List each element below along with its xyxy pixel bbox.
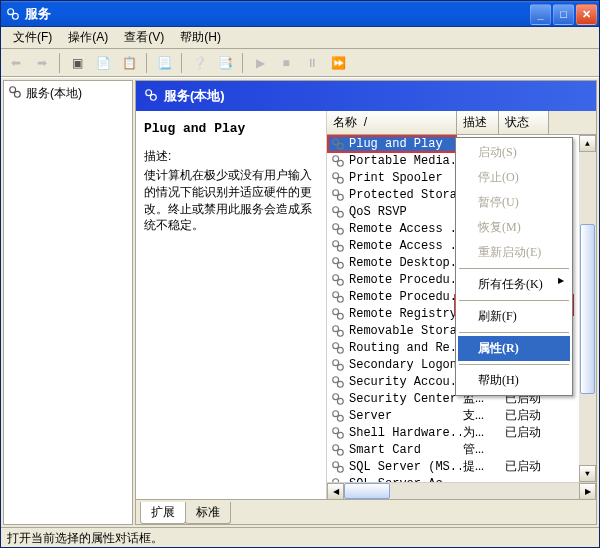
tree-pane: 服务(本地) (3, 80, 133, 525)
menu-action[interactable]: 操作(A) (60, 27, 116, 48)
cm-start[interactable]: 启动(S) (458, 140, 570, 165)
gear-icon (331, 392, 347, 406)
svg-point-36 (333, 393, 339, 399)
svg-point-7 (337, 143, 343, 149)
cm-stop[interactable]: 停止(O) (458, 165, 570, 190)
table-row[interactable]: Shell Hardware...为...已启动 (327, 424, 596, 441)
service-name: Routing and Re... (349, 341, 461, 355)
cm-refresh[interactable]: 刷新(F) (458, 304, 570, 329)
column-name[interactable]: 名称 / (327, 111, 457, 134)
tab-extended[interactable]: 扩展 (140, 502, 186, 524)
service-status: 已启动 (505, 407, 555, 424)
maximize-button[interactable]: □ (553, 4, 574, 25)
service-name: Shell Hardware... (349, 426, 461, 440)
menu-view[interactable]: 查看(V) (116, 27, 172, 48)
table-row[interactable]: SQL Server Ac... (327, 475, 596, 482)
svg-point-10 (333, 172, 339, 178)
gear-icon (331, 460, 347, 474)
content-area: 服务(本地) 服务(本地) Plug and Play 描述: 使计算机在极少或… (1, 77, 599, 527)
gear-icon (331, 290, 347, 304)
list-body[interactable]: Plug and PlayPortable Media...Print Spoo… (327, 135, 596, 482)
forward-button[interactable]: ➡ (31, 52, 53, 74)
svg-point-44 (333, 461, 339, 467)
service-name: Remote Access ... (349, 239, 461, 253)
gear-icon (331, 171, 347, 185)
gear-icon (331, 188, 347, 202)
service-name: SQL Server (MS... (349, 460, 461, 474)
gear-icon (331, 375, 347, 389)
service-name: SQL Server Ac... (349, 477, 461, 483)
service-name: Protected Storage (349, 188, 461, 202)
svg-point-4 (146, 89, 152, 95)
service-name: Server (349, 409, 461, 423)
tab-standard[interactable]: 标准 (185, 502, 231, 524)
service-name: Secondary Logon (349, 358, 461, 372)
horizontal-scrollbar[interactable]: ◀ ▶ (327, 482, 596, 499)
table-row[interactable]: Server支...已启动 (327, 407, 596, 424)
vertical-scrollbar[interactable]: ▲ ▼ (579, 135, 596, 482)
service-desc: 提... (463, 458, 505, 475)
cm-properties[interactable]: 属性(R) (458, 336, 570, 361)
scroll-right-icon[interactable]: ▶ (579, 483, 596, 500)
export-button[interactable]: 📋 (118, 52, 140, 74)
description-label: 描述: (144, 148, 318, 165)
scroll-up-icon[interactable]: ▲ (579, 135, 596, 152)
menubar: 文件(F) 操作(A) 查看(V) 帮助(H) (1, 27, 599, 49)
gear-icon (331, 222, 347, 236)
svg-point-34 (333, 376, 339, 382)
svg-point-24 (333, 291, 339, 297)
column-description[interactable]: 描述 (457, 111, 499, 134)
svg-point-15 (337, 211, 343, 217)
svg-point-43 (337, 449, 343, 455)
help-button[interactable]: ❔ (188, 52, 210, 74)
start-icon[interactable]: ▶ (249, 52, 271, 74)
svg-point-22 (333, 274, 339, 280)
toolbar-icon[interactable]: ▣ (66, 52, 88, 74)
cm-restart[interactable]: 重新启动(E) (458, 240, 570, 265)
svg-point-38 (333, 410, 339, 416)
tree-root[interactable]: 服务(本地) (8, 85, 128, 102)
pause-icon[interactable]: ⏸ (301, 52, 323, 74)
cm-pause[interactable]: 暂停(U) (458, 190, 570, 215)
tree-root-label: 服务(本地) (26, 85, 82, 102)
minimize-button[interactable]: _ (530, 4, 551, 25)
svg-point-17 (337, 228, 343, 234)
scroll-thumb[interactable] (344, 483, 390, 499)
menu-help[interactable]: 帮助(H) (172, 27, 229, 48)
service-name: Plug and Play (349, 137, 461, 151)
gear-icon (331, 239, 347, 253)
properties-button[interactable]: 📄 (92, 52, 114, 74)
stop-icon[interactable]: ■ (275, 52, 297, 74)
gear-icon (331, 154, 347, 168)
svg-point-9 (337, 160, 343, 166)
table-row[interactable]: SQL Server (MS...提...已启动 (327, 458, 596, 475)
svg-point-27 (337, 313, 343, 319)
scroll-left-icon[interactable]: ◀ (327, 483, 344, 500)
service-name: Print Spooler (349, 171, 461, 185)
panel-heading: 服务(本地) (164, 87, 225, 105)
scroll-thumb[interactable] (580, 224, 595, 394)
close-button[interactable]: ✕ (576, 4, 597, 25)
column-status[interactable]: 状态 (499, 111, 549, 134)
cm-resume[interactable]: 恢复(M) (458, 215, 570, 240)
scroll-down-icon[interactable]: ▼ (579, 465, 596, 482)
titlebar: 服务 _ □ ✕ (1, 1, 599, 27)
description-text: 使计算机在极少或没有用户输入的情况下能识别并适应硬件的更改。终止或禁用此服务会造… (144, 167, 318, 234)
service-name: Smart Card (349, 443, 461, 457)
menu-file[interactable]: 文件(F) (5, 27, 60, 48)
gear-icon (331, 477, 347, 483)
gear-icon (331, 341, 347, 355)
restart-icon[interactable]: ⏩ (327, 52, 349, 74)
cm-all-tasks[interactable]: 所有任务(K) (458, 272, 570, 297)
table-row[interactable]: Smart Card管... (327, 441, 596, 458)
back-button[interactable]: ⬅ (5, 52, 27, 74)
toolbar-icon[interactable]: 📑 (214, 52, 236, 74)
services-window: 服务 _ □ ✕ 文件(F) 操作(A) 查看(V) 帮助(H) ⬅ ➡ ▣ 📄… (0, 0, 600, 548)
gear-icon (144, 88, 158, 105)
svg-point-31 (337, 347, 343, 353)
cm-help[interactable]: 帮助(H) (458, 368, 570, 393)
selected-service-name: Plug and Play (144, 121, 318, 136)
right-pane: 服务(本地) Plug and Play 描述: 使计算机在极少或没有用户输入的… (135, 80, 597, 525)
service-desc: 为... (463, 424, 505, 441)
refresh-button[interactable]: 📃 (153, 52, 175, 74)
